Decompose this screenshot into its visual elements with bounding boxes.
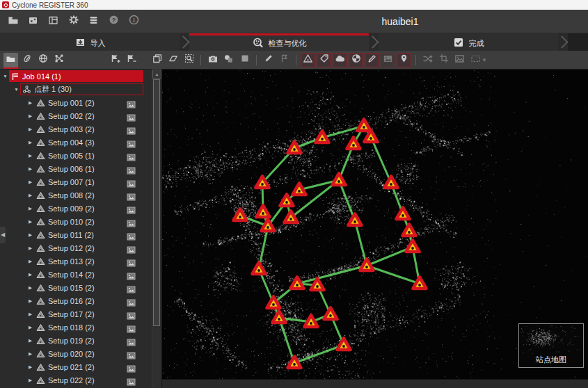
setup-marker-icon[interactable] [273,312,286,323]
folder-tab-button[interactable] [3,53,18,67]
setup-marker-icon[interactable] [305,316,318,328]
storage-stack-button[interactable] [85,13,102,30]
remove-bundle-button[interactable] [124,53,138,67]
expand-arrow-icon[interactable]: ▶ [26,219,34,225]
setup-marker-icon[interactable] [324,308,337,320]
globe-tab-button[interactable] [35,53,50,67]
setup-marker-icon[interactable] [385,177,398,188]
registration-link[interactable] [294,345,344,363]
expand-arrow-icon[interactable]: ▶ [26,298,34,304]
marquee-button[interactable]: ▼ [468,53,489,67]
expand-arrow-icon[interactable]: ▶ [26,232,34,238]
open-folder-button[interactable] [4,13,22,30]
registration-link[interactable] [279,318,294,363]
setup-marker-icon[interactable] [347,138,360,149]
shapes-button[interactable] [221,53,236,67]
link-pencil-button[interactable] [365,53,379,67]
photo-button[interactable] [452,53,467,67]
expand-arrow-icon[interactable]: ▶ [26,166,34,172]
expand-arrow-icon[interactable]: ▶ [26,338,34,343]
expand-arrow-icon[interactable]: ▶ [26,378,34,383]
point-cloud-viewport[interactable]: 站点地图 [162,70,588,379]
workflow-chevron [180,33,189,51]
setup-marker-icon[interactable] [358,120,371,131]
setup-marker-icon[interactable] [397,208,410,220]
registration-link[interactable] [367,266,420,284]
sidebar-scrollbar[interactable]: ▲ [152,70,161,388]
add-bundle-button[interactable] [108,53,122,67]
setup-marker-icon[interactable] [406,241,420,252]
workflow-step-review[interactable]: 检查与优化 [189,33,369,51]
zoom-region-button[interactable] [182,53,196,67]
expand-arrow-icon[interactable]: ▶ [26,127,34,132]
setup-triangle-button[interactable] [301,53,315,67]
expand-arrow-icon[interactable]: ▶ [26,179,34,185]
registration-link[interactable] [355,220,367,266]
expand-arrow-icon[interactable]: ▶ [26,100,34,106]
workflow-step-import[interactable]: 导入 [0,33,180,51]
registration-link[interactable] [297,266,367,284]
map-pin-button[interactable] [397,53,411,67]
settings-gear-button[interactable] [65,13,82,30]
viewport-column: 站点地图 [162,70,588,388]
export-box-button[interactable] [24,13,42,30]
expand-arrow-icon[interactable]: ▶ [26,113,34,119]
scrollbar-thumb[interactable] [153,79,160,326]
expand-arrow-icon[interactable]: ▶ [26,193,34,198]
crop-button[interactable] [436,53,451,67]
image-button[interactable] [381,53,395,67]
expand-arrow-icon[interactable]: ▶ [26,140,34,145]
report-panel-button[interactable] [45,13,62,30]
sphere-pie-button[interactable] [349,53,363,67]
fill-square-button[interactable] [237,53,252,67]
expand-arrow-icon[interactable]: ▶ [26,259,34,264]
paperclip-tab-button[interactable] [19,53,34,67]
info-button[interactable]: i [125,13,143,30]
setup-marker-icon[interactable] [234,209,247,221]
network-tab-button[interactable] [51,53,66,67]
setup-marker-icon[interactable] [337,339,351,350]
site-map-label: 站点地图 [519,355,583,365]
site-map-inset[interactable]: 站点地图 [518,323,584,368]
expand-arrow-icon[interactable]: ▶ [26,364,34,370]
expand-arrow-icon[interactable]: ▶ [26,153,34,159]
expand-arrow-icon[interactable]: ▶ [26,285,34,291]
expand-arrow-icon[interactable]: ▶ [26,245,34,251]
shuffle-button[interactable] [420,53,435,67]
expand-arrow-icon[interactable]: ▶ [26,272,34,277]
scrollbar-up-icon[interactable]: ▲ [152,70,161,79]
setup-marker-icon[interactable] [293,184,306,195]
measure-pencil-button[interactable] [261,53,276,67]
expand-arrow-icon[interactable]: ▶ [26,206,34,211]
setup-marker-icon[interactable] [288,357,301,369]
markup-button[interactable] [277,53,292,67]
tag-button[interactable] [317,53,331,67]
registration-link[interactable] [371,137,391,183]
expand-arrow-icon[interactable]: ▶ [26,325,34,330]
setup-marker-icon[interactable] [253,263,266,275]
tree-item-bundle[interactable]: ▼点群 1 (30) [0,83,152,96]
setup-marker-icon[interactable] [349,214,362,226]
cloud-button[interactable] [333,53,347,67]
dropdown-caret-icon[interactable]: ▼ [482,57,487,63]
setup-marker-icon[interactable] [403,225,416,236]
expand-arrow-icon[interactable]: ▶ [26,351,34,357]
setup-marker-icon[interactable] [316,131,329,143]
tree-item-job[interactable]: ▼Job 014 (1) [0,70,152,83]
setup-marker-icon[interactable] [413,277,427,289]
copy-button[interactable] [150,53,164,67]
expand-arrow-icon[interactable]: ▶ [26,312,34,317]
setup-marker-icon[interactable] [288,142,301,154]
collapse-arrow-icon[interactable]: ▼ [13,87,20,92]
setup-marker-icon[interactable] [291,277,304,289]
setup-marker-icon[interactable] [333,174,346,186]
sidebar-collapse-handle[interactable]: ◀ [0,227,6,243]
camera-button[interactable] [205,53,220,67]
setup-marker-icon[interactable] [360,259,374,271]
setup-marker-icon[interactable] [257,206,270,218]
workflow-step-finish[interactable]: 完成 [379,33,558,51]
help-button[interactable]: ? [105,13,122,30]
collapse-arrow-icon[interactable]: ▼ [1,74,9,79]
setup-triangle-icon [303,54,313,66]
flatten-button[interactable] [166,53,180,67]
